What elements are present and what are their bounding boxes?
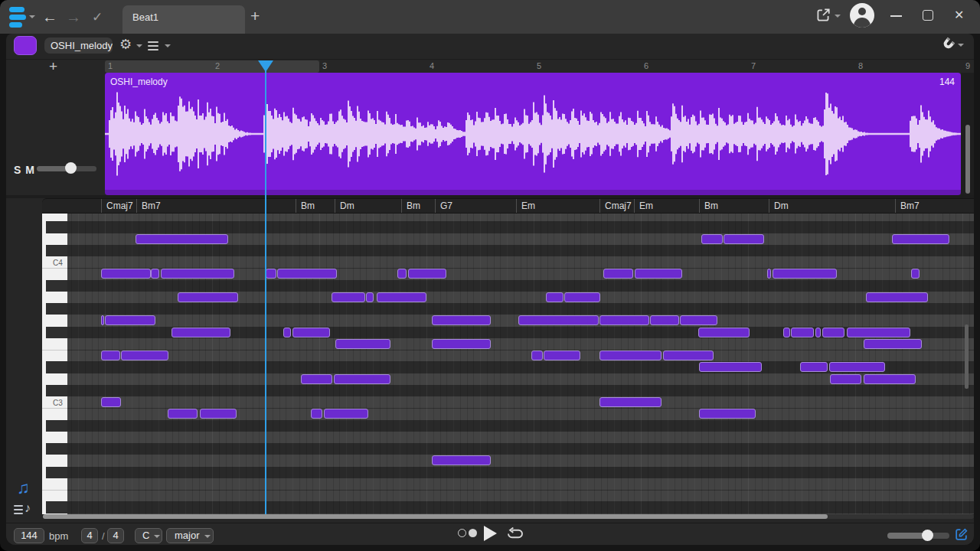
piano-key-black[interactable]: [46, 501, 67, 513]
chord-segment[interactable]: Em: [634, 199, 699, 214]
midi-note[interactable]: [334, 374, 390, 384]
solo-button[interactable]: S: [14, 164, 21, 176]
gear-chevron-icon[interactable]: [136, 44, 142, 47]
midi-note[interactable]: [701, 234, 723, 244]
pianoroll-grid[interactable]: [67, 214, 974, 514]
timesig-denominator-field[interactable]: 4: [107, 528, 124, 543]
undo-back-button[interactable]: ←: [42, 7, 57, 27]
midi-note[interactable]: [866, 292, 928, 302]
midi-note[interactable]: [332, 292, 365, 302]
piano-keys[interactable]: C4C3: [42, 214, 67, 514]
track-name-field[interactable]: OSHI_melody: [44, 37, 113, 54]
midi-note[interactable]: [830, 374, 861, 384]
midi-note[interactable]: [432, 315, 491, 325]
midi-note[interactable]: [699, 409, 756, 419]
close-button[interactable]: ✕: [954, 8, 964, 22]
list-chevron-icon[interactable]: [165, 44, 171, 47]
maximize-button[interactable]: [923, 10, 933, 21]
chord-segment[interactable]: Bm: [699, 199, 769, 214]
midi-note[interactable]: [161, 269, 234, 279]
midi-note[interactable]: [518, 315, 599, 325]
chord-segment[interactable]: Em: [516, 199, 599, 214]
minimize-button[interactable]: [890, 15, 902, 17]
midi-note[interactable]: [397, 269, 407, 279]
melody-notes-icon[interactable]: ♫: [17, 478, 30, 498]
redo-forward-button[interactable]: →: [66, 7, 81, 27]
user-avatar[interactable]: [850, 3, 874, 28]
chord-segment[interactable]: Cmaj7: [599, 199, 634, 214]
piano-key-black[interactable]: [46, 443, 67, 455]
gear-icon[interactable]: ⚙: [119, 36, 132, 53]
midi-note[interactable]: [911, 269, 920, 279]
midi-note[interactable]: [680, 315, 717, 325]
piano-key-black[interactable]: [46, 245, 67, 256]
chord-segment[interactable]: G7: [435, 199, 516, 214]
piano-key-black[interactable]: [46, 420, 67, 432]
midi-note[interactable]: [650, 315, 679, 325]
piano-key-black[interactable]: [46, 327, 67, 338]
volume-slider-knob[interactable]: [65, 162, 77, 174]
export-chevron-icon[interactable]: [835, 15, 841, 18]
scale-select[interactable]: major: [166, 528, 214, 543]
piano-key-black[interactable]: [46, 467, 67, 478]
midi-note[interactable]: [101, 350, 120, 360]
piano-key-black[interactable]: [46, 280, 67, 292]
midi-note[interactable]: [599, 397, 662, 407]
midi-note[interactable]: [864, 374, 916, 384]
midi-note[interactable]: [847, 328, 910, 337]
midi-note[interactable]: [121, 350, 168, 360]
chord-segment[interactable]: Bm: [401, 199, 435, 214]
midi-note[interactable]: [603, 269, 633, 279]
midi-note[interactable]: [663, 350, 714, 360]
chord-segment[interactable]: Cmaj7: [101, 199, 136, 214]
export-icon[interactable]: [815, 7, 831, 24]
midi-note[interactable]: [311, 409, 322, 419]
chord-segment[interactable]: Dm: [335, 199, 401, 214]
midi-note[interactable]: [544, 350, 580, 360]
midi-note[interactable]: [200, 409, 237, 419]
midi-note[interactable]: [822, 328, 844, 337]
midi-note[interactable]: [377, 292, 426, 302]
midi-note[interactable]: [724, 234, 764, 244]
midi-note[interactable]: [105, 315, 155, 325]
horizontal-scrollbar-track[interactable]: [43, 514, 974, 519]
ruler-selection-band[interactable]: [105, 60, 319, 73]
midi-note[interactable]: [292, 328, 330, 337]
step-dot-filled-icon[interactable]: [469, 529, 477, 537]
audio-clip[interactable]: OSHI_melody 144: [105, 73, 961, 195]
bpm-value-field[interactable]: 144: [14, 528, 44, 543]
midi-note[interactable]: [168, 409, 198, 419]
new-tab-button[interactable]: +: [250, 6, 260, 26]
midi-note[interactable]: [266, 269, 276, 279]
play-button[interactable]: [484, 526, 497, 541]
midi-note[interactable]: [283, 328, 291, 337]
midi-note[interactable]: [800, 362, 828, 372]
midi-note[interactable]: [136, 234, 228, 244]
midi-note[interactable]: [546, 292, 564, 302]
midi-note[interactable]: [408, 269, 446, 279]
midi-note[interactable]: [101, 269, 151, 279]
piano-key-black[interactable]: [46, 221, 67, 233]
piano-key-black[interactable]: [46, 303, 67, 315]
midi-note[interactable]: [599, 315, 649, 325]
timesig-numerator-field[interactable]: 4: [81, 528, 98, 543]
list-options-icon[interactable]: [148, 41, 158, 53]
edit-pencil-icon[interactable]: [954, 527, 969, 542]
track-color-swatch[interactable]: [14, 36, 37, 55]
midi-note[interactable]: [815, 328, 821, 337]
step-dot-outline-icon[interactable]: [458, 529, 466, 537]
snap-chevron-icon[interactable]: [958, 44, 964, 47]
key-select[interactable]: C: [135, 528, 162, 543]
midi-note[interactable]: [699, 362, 762, 372]
midi-note[interactable]: [829, 362, 885, 372]
midi-note[interactable]: [864, 339, 922, 349]
midi-note[interactable]: [698, 328, 750, 337]
chord-segment[interactable]: Bm7: [895, 199, 952, 214]
midi-note[interactable]: [564, 292, 600, 302]
midi-note[interactable]: [635, 269, 682, 279]
midi-note[interactable]: [324, 409, 368, 419]
pianoroll-vertical-scrollbar[interactable]: [965, 324, 969, 389]
midi-note[interactable]: [335, 339, 390, 349]
midi-note[interactable]: [178, 292, 238, 302]
midi-note[interactable]: [783, 328, 790, 337]
